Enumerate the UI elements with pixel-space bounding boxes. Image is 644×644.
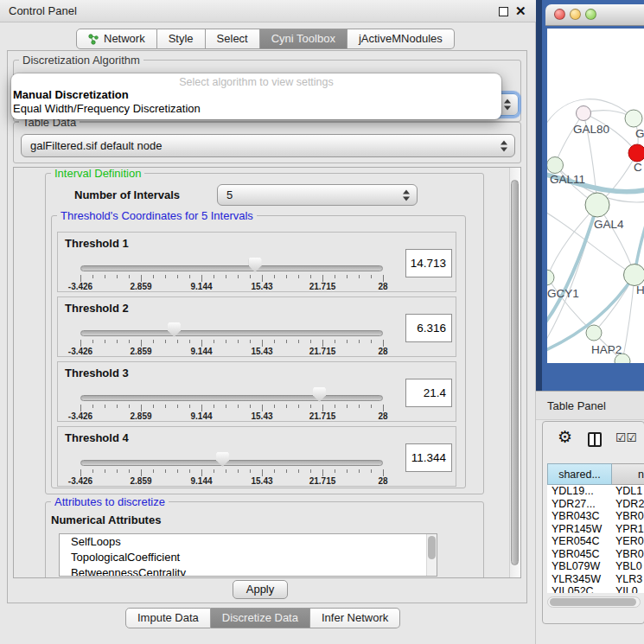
tab-discretize-data[interactable]: Discretize Data — [211, 608, 310, 628]
close-traffic-light-icon[interactable] — [554, 9, 565, 20]
apply-button[interactable]: Apply — [233, 580, 288, 599]
threshold-value-field[interactable]: 11.344 — [405, 443, 452, 472]
table-row[interactable]: YLR345WYLR3 — [547, 573, 644, 586]
tab-infer-network[interactable]: Infer Network — [310, 608, 400, 628]
tab-network[interactable]: Network — [76, 29, 157, 49]
table-row[interactable]: YBR043CYBR0 — [547, 510, 644, 523]
tick-mark — [214, 275, 214, 278]
slider-tick-labels: -3.4262.8599.14415.4321.71528 — [80, 411, 383, 421]
tick-mark — [310, 469, 311, 473]
tick-mark — [371, 405, 372, 408]
attribute-item[interactable]: BetweennessCentrality — [60, 565, 437, 577]
tick-mark — [165, 340, 166, 343]
tick-label: 21.715 — [309, 476, 336, 486]
split-columns-icon[interactable] — [588, 432, 602, 447]
tick-mark — [383, 275, 384, 282]
table-row[interactable]: YIL052CYIL0 — [547, 585, 644, 593]
list-scrollbar-thumb[interactable] — [428, 536, 436, 559]
network-canvas[interactable]: GAL80 GA C GAL11 GAL4 GCY1 H HAP2 — [547, 29, 644, 363]
close-icon[interactable]: ✕ — [515, 3, 526, 20]
tick-mark — [226, 275, 226, 278]
tick-label: 15.43 — [251, 347, 272, 356]
table-row[interactable]: YDR27...YDR2 — [547, 498, 644, 511]
attribute-item[interactable]: SelfLoops — [60, 534, 437, 550]
node-label-partial-ga: GA — [635, 127, 644, 140]
node-table-body[interactable]: YDL19...YDL1YDR27...YDR2YBR043CYBR0YPR14… — [547, 485, 644, 593]
table-row[interactable]: YER054CYER0 — [547, 535, 644, 548]
table-cell: YDL1 — [612, 485, 644, 498]
checkbox-icons[interactable]: ☑☑ — [615, 430, 637, 444]
interval-definition-group: Interval Definition Number of Intervals … — [45, 173, 484, 494]
settings-scrollbar-thumb[interactable] — [511, 180, 519, 565]
tick-mark — [226, 469, 226, 473]
attribute-item[interactable]: TopologicalCoefficient — [60, 550, 437, 565]
minimize-traffic-light-icon[interactable] — [570, 9, 581, 20]
tab-label: Select — [217, 29, 248, 48]
threshold-value-field[interactable]: 21.4 — [405, 379, 452, 407]
tab-label: Cyni Toolbox — [271, 29, 335, 48]
tick-mark — [322, 275, 323, 282]
tab-select[interactable]: Select — [206, 29, 260, 49]
table-row[interactable]: YDL19...YDL1 — [547, 485, 644, 498]
tick-mark — [347, 405, 348, 408]
column-header-name[interactable]: n — [612, 463, 644, 485]
gear-icon[interactable]: ⚙ — [558, 428, 572, 447]
tick-mark — [226, 340, 226, 343]
table-header-row: shared... n — [547, 463, 644, 485]
slider-track[interactable] — [80, 460, 383, 466]
tick-mark — [129, 275, 130, 278]
tick-mark — [286, 405, 287, 408]
slider-track[interactable] — [80, 265, 383, 271]
table-horizontal-scrollbar[interactable] — [547, 596, 641, 608]
table-cell: YER054C — [547, 535, 612, 548]
tick-mark — [310, 340, 311, 343]
settings-scrollbar[interactable] — [509, 168, 520, 577]
table-scrollbar-thumb[interactable] — [550, 598, 636, 606]
table-cell: YDR2 — [612, 498, 644, 511]
tick-label: 28 — [378, 411, 387, 421]
column-header-shared-name[interactable]: shared... — [547, 463, 612, 485]
tick-mark — [274, 469, 275, 473]
threshold-value-field[interactable]: 14.713 — [405, 249, 452, 277]
list-scrollbar[interactable] — [426, 534, 437, 576]
slider-track[interactable] — [80, 330, 383, 336]
tab-impute-data[interactable]: Impute Data — [125, 608, 211, 628]
tick-mark — [262, 340, 263, 347]
node-label-gal4: GAL4 — [594, 218, 624, 231]
network-window-titlebar[interactable] — [545, 4, 644, 26]
table-row[interactable]: YPR145WYPR1 — [547, 523, 644, 536]
zoom-traffic-light-icon[interactable] — [585, 9, 596, 20]
tick-mark — [238, 405, 239, 408]
tick-label: 2.859 — [130, 347, 151, 356]
tick-mark — [105, 405, 105, 408]
tab-jactivemnodules[interactable]: jActiveMNodules — [348, 29, 455, 49]
tick-mark — [165, 469, 166, 473]
tick-mark — [80, 340, 81, 347]
group-title: Interval Definition — [51, 167, 144, 180]
slider-track[interactable] — [80, 395, 383, 401]
threshold-3-box: Threshold 3 -3.4262.8599.14415.4321.7152… — [57, 361, 456, 422]
table-data-combobox[interactable]: galFiltered.sif default node — [21, 134, 515, 157]
number-of-intervals-combobox[interactable]: 5 — [217, 184, 418, 206]
float-window-icon[interactable] — [499, 7, 508, 16]
numerical-attributes-list[interactable]: SelfLoopsTopologicalCoefficientBetweenne… — [59, 533, 437, 577]
tick-mark — [383, 469, 384, 476]
tick-mark — [286, 275, 287, 278]
tick-mark — [262, 275, 263, 282]
tab-style[interactable]: Style — [157, 29, 206, 49]
table-cell: YDR27... — [547, 498, 612, 511]
table-row[interactable]: YBL079WYBL0 — [547, 560, 644, 573]
table-cell: YIL0 — [612, 585, 644, 593]
table-row[interactable]: YBR045CYBR0 — [547, 548, 644, 561]
tick-mark — [177, 469, 178, 473]
popup-option-manual-discretization[interactable]: Manual Discretization — [13, 88, 129, 101]
tab-cyni-toolbox[interactable]: Cyni Toolbox — [260, 29, 348, 49]
network-graph: GAL80 GA C GAL11 GAL4 GCY1 H HAP2 — [547, 29, 644, 363]
tick-mark — [298, 340, 299, 343]
popup-option-equal-width-frequency[interactable]: Equal Width/Frequency Discretization — [13, 102, 201, 115]
combo-stepper-icon — [501, 140, 508, 151]
combo-value: 5 — [226, 185, 233, 205]
threshold-value-field[interactable]: 6.316 — [405, 314, 452, 342]
tick-mark — [214, 340, 214, 343]
table-cell: YLR345W — [547, 573, 612, 586]
